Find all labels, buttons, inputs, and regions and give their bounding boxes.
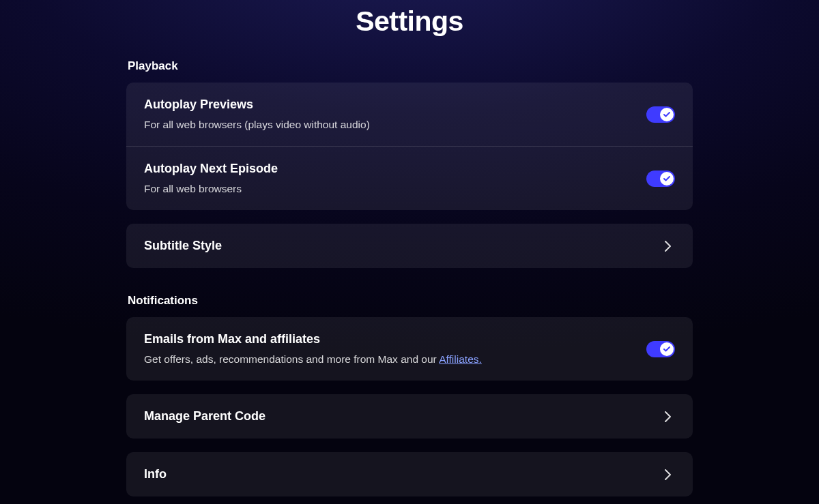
page-title: Settings — [356, 5, 463, 38]
toggle-knob — [660, 342, 674, 356]
autoplay-next-toggle[interactable] — [646, 171, 675, 187]
row-text: Autoplay Next Episode For all web browse… — [144, 162, 278, 195]
section-header-playback: Playback — [126, 59, 693, 73]
emails-sub: Get offers, ads, recommendations and mor… — [144, 353, 482, 366]
autoplay-next-title: Autoplay Next Episode — [144, 162, 278, 176]
emails-sub-prefix: Get offers, ads, recommendations and mor… — [144, 353, 439, 365]
autoplay-previews-sub: For all web browsers (plays video withou… — [144, 119, 370, 131]
card-playback-autoplay: Autoplay Previews For all web browsers (… — [126, 83, 693, 210]
row-text: Subtitle Style — [144, 239, 222, 253]
section-header-notifications: Notifications — [126, 294, 693, 308]
settings-page: Settings Playback Autoplay Previews For … — [0, 0, 819, 504]
autoplay-next-sub: For all web browsers — [144, 183, 278, 195]
row-autoplay-previews: Autoplay Previews For all web browsers (… — [126, 83, 693, 146]
emails-title: Emails from Max and affiliates — [144, 332, 482, 346]
row-text: Info — [144, 467, 167, 481]
row-emails: Emails from Max and affiliates Get offer… — [126, 317, 693, 381]
info-title: Info — [144, 467, 167, 481]
row-manage-parent-code[interactable]: Manage Parent Code — [126, 394, 693, 439]
row-text: Emails from Max and affiliates Get offer… — [144, 332, 482, 366]
card-info: Info — [126, 452, 693, 496]
check-icon — [663, 110, 671, 119]
check-icon — [663, 345, 671, 353]
card-emails: Emails from Max and affiliates Get offer… — [126, 317, 693, 381]
subtitle-style-title: Subtitle Style — [144, 239, 222, 253]
toggle-knob — [660, 108, 674, 121]
row-text: Manage Parent Code — [144, 409, 265, 424]
row-subtitle-style[interactable]: Subtitle Style — [126, 224, 693, 268]
affiliates-link[interactable]: Affiliates. — [439, 353, 482, 365]
card-manage-parent-code: Manage Parent Code — [126, 394, 693, 439]
autoplay-previews-title: Autoplay Previews — [144, 98, 370, 112]
autoplay-previews-toggle[interactable] — [646, 106, 675, 123]
settings-content: Playback Autoplay Previews For all web b… — [126, 59, 693, 504]
row-autoplay-next: Autoplay Next Episode For all web browse… — [126, 146, 693, 210]
chevron-right-icon — [661, 468, 675, 481]
toggle-knob — [660, 172, 674, 186]
check-icon — [663, 175, 671, 183]
chevron-right-icon — [661, 410, 675, 424]
row-info[interactable]: Info — [126, 452, 693, 496]
card-subtitle-style: Subtitle Style — [126, 224, 693, 268]
row-text: Autoplay Previews For all web browsers (… — [144, 98, 370, 131]
manage-parent-code-title: Manage Parent Code — [144, 409, 265, 424]
emails-toggle[interactable] — [646, 341, 675, 357]
chevron-right-icon — [661, 239, 675, 253]
